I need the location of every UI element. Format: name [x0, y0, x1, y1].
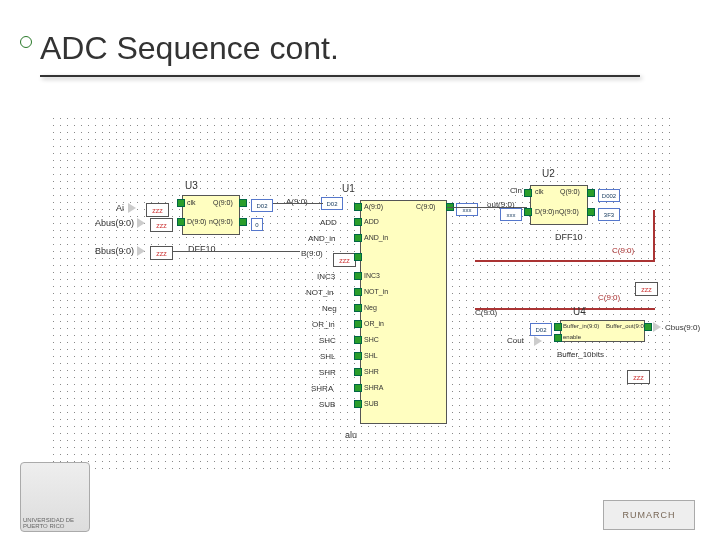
u1-l7: OR_in: [312, 320, 335, 329]
u1-ref: U1: [342, 183, 355, 194]
u2-nq: nQ(9:0): [555, 208, 579, 215]
sig-cin: Cin: [510, 186, 522, 195]
u1-l5: NOT_in: [306, 288, 334, 297]
net-d02-2: D02: [321, 197, 343, 210]
page-title: ADC Sequence cont.: [40, 30, 339, 67]
net-zzz-3: zzz: [150, 246, 173, 260]
u1-l6: Neg: [322, 304, 337, 313]
u1-l9: SHL: [320, 352, 336, 361]
u1-l2: AND_in: [308, 234, 336, 243]
sig-cout: Cout: [507, 336, 524, 345]
u1-r2: AND_in: [364, 234, 388, 241]
u2-type: DFF10: [555, 232, 583, 242]
u3-ref: U3: [185, 180, 198, 191]
u1-a-label: A(9:0): [286, 197, 308, 206]
u1-l4: INC3: [317, 272, 335, 281]
buffer-bbus-icon: [137, 246, 145, 256]
u1-l1: ADD: [320, 218, 337, 227]
u1-l3: B(9:0): [301, 249, 323, 258]
net-zzz-b: zzz: [333, 253, 356, 267]
net-xxx-2: xxx: [500, 208, 522, 221]
u4-en: enable: [563, 334, 581, 340]
sig-c2: C(9:0): [598, 293, 620, 302]
sig-c3: C(9:0): [475, 308, 497, 317]
u1-r5: NOT_in: [364, 288, 388, 295]
u1-r11: SHRA: [364, 384, 383, 391]
u1-r7: OR_in: [364, 320, 384, 327]
u1-r4: INC3: [364, 272, 380, 279]
logo-left: UNIVERSIDAD DE PUERTO RICO: [20, 462, 90, 532]
u1-r10: SHR: [364, 368, 379, 375]
u3-type: DFF10: [188, 244, 216, 254]
net-zzz-1: zzz: [146, 203, 169, 217]
sig-c1: C(9:0): [612, 246, 634, 255]
u3-nq: nQ(9:0): [209, 218, 233, 225]
u4-out: Buffer_out(9:0): [606, 323, 646, 329]
sig-abus: Abus(9:0): [95, 218, 134, 228]
net-d02-3: D02: [530, 323, 552, 336]
sig-cbus: Cbus(9:0): [665, 323, 700, 332]
u1-cout: C(9:0): [416, 203, 435, 210]
net-zzz-c2: zzz: [627, 370, 650, 384]
net-xxx-1: xxx: [456, 203, 478, 216]
u2-q: Q(9:0): [560, 188, 580, 195]
u1-type: alu: [345, 430, 357, 440]
u1-r0: A(9:0): [364, 203, 383, 210]
u4-ref: U4: [573, 306, 586, 317]
u3-q: Q(9:0): [213, 199, 233, 206]
net-3f3: 3F3: [598, 208, 620, 221]
u3-clk: clk: [187, 199, 196, 206]
u2-ref: U2: [542, 168, 555, 179]
u1-l10: SHR: [319, 368, 336, 377]
net-d002: D002: [598, 189, 620, 202]
u4-in: Buffer_in(9:0): [563, 323, 599, 329]
sig-ai: Ai: [116, 203, 124, 213]
u4-type: Buffer_10bits: [557, 350, 604, 359]
buffer-abus-icon: [137, 218, 145, 228]
net-zzz-2: zzz: [150, 218, 173, 232]
net-zzz-c1: zzz: [635, 282, 658, 296]
u1-r8: SHC: [364, 336, 379, 343]
title-underline: [40, 75, 640, 77]
net-d02-1: D02: [251, 199, 273, 212]
logo-right: RUMARCH: [603, 500, 695, 530]
u1-l12: SUB: [319, 400, 335, 409]
u1-r12: SUB: [364, 400, 378, 407]
buffer-cbus-icon: [653, 322, 661, 332]
u1-l8: SHC: [319, 336, 336, 345]
u3-d: D(9:0): [187, 218, 206, 225]
u1-r9: SHL: [364, 352, 378, 359]
u1-l11: SHRA: [311, 384, 333, 393]
u1-r1: ADD: [364, 218, 379, 225]
net-q-u3: 0: [251, 218, 263, 231]
u2-clk: clk: [535, 188, 544, 195]
u2-d: D(9:0): [535, 208, 554, 215]
u1-r6: Neg: [364, 304, 377, 311]
buffer-ai-icon: [128, 203, 136, 213]
buffer-cout-icon: [534, 336, 542, 346]
sig-bbus: Bbus(9:0): [95, 246, 134, 256]
